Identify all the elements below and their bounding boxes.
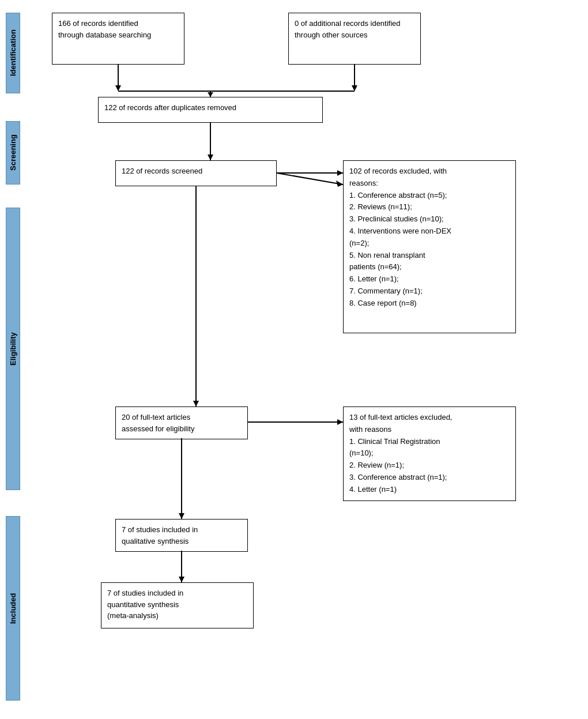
box-screened: 122 of records screened — [115, 160, 277, 186]
box-excluded: 102 of records excluded, with reasons: 1… — [343, 160, 516, 333]
box-other-records: 0 of additional records identified throu… — [288, 13, 421, 65]
svg-marker-7 — [208, 92, 213, 97]
box-fulltext-excluded: 13 of full-text articles excluded, with … — [343, 406, 516, 501]
fulltext-text: 20 of full-text articles assessed for el… — [122, 413, 194, 433]
label-included: Included — [6, 516, 20, 701]
svg-marker-15 — [193, 401, 199, 406]
quantitative-text: 7 of studies included in quantitative sy… — [107, 589, 183, 620]
svg-marker-3 — [352, 85, 357, 91]
fulltext-excluded-text: 13 of full-text articles excluded, with … — [349, 413, 452, 494]
box-fulltext: 20 of full-text articles assessed for el… — [115, 406, 248, 439]
prisma-diagram: Identification Screening Eligibility Inc… — [0, 0, 588, 719]
excluded-text: 102 of records excluded, with reasons: 1… — [349, 167, 451, 307]
after-duplicates-text: 122 of records after duplicates removed — [104, 103, 236, 112]
box-after-duplicates: 122 of records after duplicates removed — [98, 97, 323, 123]
svg-marker-9 — [208, 155, 213, 160]
box-db-records: 166 of records identified through databa… — [52, 13, 184, 65]
label-screening: Screening — [6, 121, 20, 185]
svg-marker-13 — [337, 170, 343, 176]
label-eligibility: Eligibility — [6, 208, 20, 490]
box-quantitative: 7 of studies included in quantitative sy… — [101, 582, 254, 628]
screened-text: 122 of records screened — [122, 167, 202, 175]
svg-marker-1 — [115, 85, 121, 91]
box-qualitative: 7 of studies included in qualitative syn… — [115, 519, 248, 552]
db-records-text: 166 of records identified through databa… — [58, 19, 151, 39]
svg-marker-21 — [179, 577, 184, 582]
qualitative-text: 7 of studies included in qualitative syn… — [122, 525, 198, 545]
svg-marker-11 — [336, 180, 343, 187]
svg-marker-19 — [179, 513, 184, 519]
other-records-text: 0 of additional records identified throu… — [295, 19, 401, 39]
svg-line-10 — [277, 173, 343, 185]
label-identification: Identification — [6, 13, 20, 93]
svg-marker-17 — [337, 419, 343, 425]
